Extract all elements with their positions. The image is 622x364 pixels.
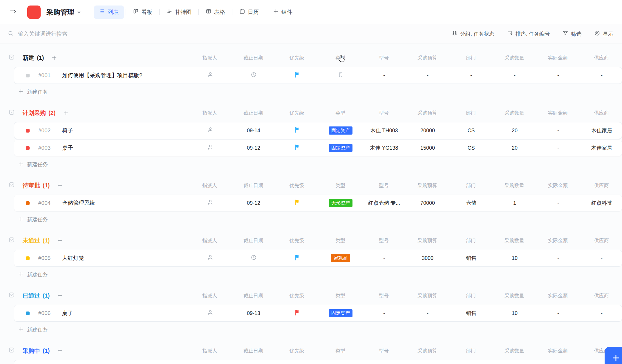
create-task-fab[interactable] xyxy=(605,347,622,364)
column-header-department[interactable]: 部门 xyxy=(449,110,493,116)
cell-actual-amount[interactable]: - xyxy=(536,310,580,316)
cell-actual-amount[interactable]: - xyxy=(536,128,580,134)
cell-due-date[interactable] xyxy=(232,254,275,262)
cell-model[interactable]: - xyxy=(362,255,406,261)
column-header-supplier[interactable]: 供应商 xyxy=(580,55,622,61)
column-header-model[interactable]: 型号 xyxy=(362,347,406,354)
cell-budget[interactable]: - xyxy=(406,310,449,316)
cell-priority[interactable] xyxy=(275,254,319,262)
task-row[interactable]: #003桌子09-12固定资产木佳 YG13815000CS20-木佳家居 xyxy=(14,140,622,156)
cell-supplier[interactable]: 红点科技 xyxy=(580,200,622,207)
add-task-button[interactable]: 新建任务 xyxy=(18,158,48,171)
column-header-priority[interactable]: 优先级 xyxy=(275,182,319,189)
collapse-group-icon[interactable] xyxy=(9,292,15,299)
search-box[interactable] xyxy=(8,30,452,38)
cell-assignee[interactable] xyxy=(188,254,232,262)
task-row[interactable]: #004仓储管理系统09-12无形资产红点仓储 专...70000仓储1-红点科… xyxy=(14,195,622,211)
cell-model[interactable]: 红点仓储 专... xyxy=(362,200,406,207)
cell-assignee[interactable] xyxy=(188,309,232,317)
column-header-department[interactable]: 部门 xyxy=(449,182,493,189)
cell-supplier[interactable]: 木佳家居 xyxy=(580,127,622,134)
cell-type[interactable]: 易耗品 xyxy=(319,254,362,262)
add-task-in-group-icon[interactable] xyxy=(57,238,63,243)
column-header-supplier[interactable]: 供应商 xyxy=(580,237,622,244)
column-header-budget[interactable]: 采购预算 xyxy=(406,237,449,244)
cell-department[interactable]: CS xyxy=(449,145,493,151)
collapse-group-icon[interactable] xyxy=(9,54,15,61)
column-header-assignee[interactable]: 指派人 xyxy=(188,182,232,189)
cell-actual-amount[interactable]: - xyxy=(536,200,580,206)
cell-due-date[interactable] xyxy=(232,71,275,79)
collapse-group-icon[interactable] xyxy=(9,109,15,116)
add-task-button[interactable]: 新建任务 xyxy=(18,213,48,226)
cell-due-date[interactable]: 09-12 xyxy=(232,200,275,206)
cell-quantity[interactable]: 10 xyxy=(493,310,536,316)
cell-priority[interactable] xyxy=(275,144,319,152)
cell-supplier[interactable]: - xyxy=(580,73,622,79)
cell-quantity[interactable]: 20 xyxy=(493,145,536,151)
collapse-group-icon[interactable] xyxy=(9,182,15,189)
cell-actual-amount[interactable]: - xyxy=(536,145,580,151)
column-header-due-date[interactable]: 截止日期 xyxy=(232,182,275,189)
cell-supplier[interactable]: - xyxy=(580,255,622,261)
column-header-supplier[interactable]: 供应商 xyxy=(580,110,622,116)
column-header-type[interactable]: 类型 xyxy=(319,347,362,354)
add-task-in-group-icon[interactable] xyxy=(57,182,63,188)
column-header-budget[interactable]: 采购预算 xyxy=(406,182,449,189)
add-task-button[interactable]: 新建任务 xyxy=(18,86,48,98)
cell-quantity[interactable]: - xyxy=(493,73,536,79)
cell-assignee[interactable] xyxy=(188,144,232,152)
tab-gantt[interactable]: 甘特图 xyxy=(161,6,197,19)
column-header-quantity[interactable]: 采购数量 xyxy=(493,110,536,116)
column-header-due-date[interactable]: 截止日期 xyxy=(232,55,275,61)
cell-model[interactable]: 木佳 YG138 xyxy=(362,144,406,151)
cell-type[interactable] xyxy=(319,72,362,79)
column-header-due-date[interactable]: 截止日期 xyxy=(232,237,275,244)
column-header-department[interactable]: 部门 xyxy=(449,292,493,299)
column-header-model[interactable]: 型号 xyxy=(362,182,406,189)
add-task-in-group-icon[interactable] xyxy=(63,110,69,116)
cell-quantity[interactable]: 20 xyxy=(493,128,536,134)
expand-sidebar-button[interactable] xyxy=(8,6,19,18)
cell-budget[interactable]: 3000 xyxy=(406,255,449,261)
column-header-due-date[interactable]: 截止日期 xyxy=(232,347,275,354)
column-header-department[interactable]: 部门 xyxy=(449,347,493,354)
project-title-dropdown[interactable]: 采购管理 xyxy=(46,8,81,17)
cell-model[interactable]: - xyxy=(362,73,406,79)
filter-control[interactable]: 筛选 xyxy=(563,30,581,37)
cell-budget[interactable]: 70000 xyxy=(406,200,449,206)
cell-actual-amount[interactable]: - xyxy=(536,255,580,261)
column-header-budget[interactable]: 采购预算 xyxy=(406,292,449,299)
sort-control[interactable]: 排序: 任务编号 xyxy=(507,30,550,37)
cell-quantity[interactable]: 1 xyxy=(493,200,536,206)
tab-list[interactable]: 列表 xyxy=(94,6,124,19)
column-header-type[interactable]: 类型 xyxy=(319,182,362,189)
cell-supplier[interactable]: - xyxy=(580,310,622,316)
collapse-group-icon[interactable] xyxy=(9,347,15,354)
project-icon[interactable] xyxy=(27,6,41,19)
cell-supplier[interactable]: 木佳家居 xyxy=(580,144,622,151)
add-component-button[interactable]: 组件 xyxy=(268,6,298,19)
cell-department[interactable]: CS xyxy=(449,128,493,134)
cell-budget[interactable]: - xyxy=(406,73,449,79)
task-row[interactable]: #005大红灯笼易耗品-3000销售10-- xyxy=(14,250,622,267)
column-header-due-date[interactable]: 截止日期 xyxy=(232,292,275,299)
column-header-type[interactable]: 类型 xyxy=(319,110,362,116)
cell-priority[interactable] xyxy=(275,127,319,135)
cell-type[interactable]: 固定资产 xyxy=(319,144,362,152)
cell-budget[interactable]: 20000 xyxy=(406,128,449,134)
column-header-priority[interactable]: 优先级 xyxy=(275,347,319,354)
tab-table[interactable]: 表格 xyxy=(200,6,230,19)
column-header-supplier[interactable]: 供应商 xyxy=(580,292,622,299)
column-header-quantity[interactable]: 采购数量 xyxy=(493,55,536,61)
column-header-quantity[interactable]: 采购数量 xyxy=(493,237,536,244)
cell-priority[interactable] xyxy=(275,199,319,207)
column-header-assignee[interactable]: 指派人 xyxy=(188,347,232,354)
search-input[interactable] xyxy=(17,30,203,37)
task-row[interactable]: #001如何使用【采购管理】项目模版?------ xyxy=(14,67,622,84)
cell-quantity[interactable]: 10 xyxy=(493,255,536,261)
cell-department[interactable]: 销售 xyxy=(449,255,493,262)
column-header-model[interactable]: 型号 xyxy=(362,292,406,299)
task-row[interactable]: #006桌子09-13固定资产--销售10-- xyxy=(14,305,622,322)
add-task-in-group-icon[interactable] xyxy=(51,55,57,61)
